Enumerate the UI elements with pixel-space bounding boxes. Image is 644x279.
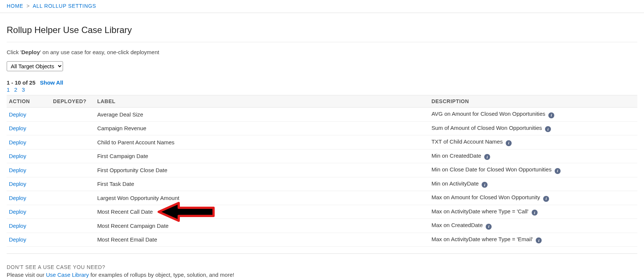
deploy-link[interactable]: Deploy bbox=[9, 195, 26, 201]
description-cell: Min on CreatedDate i bbox=[429, 149, 637, 163]
label-cell: Average Deal Size bbox=[95, 108, 429, 122]
show-all-link[interactable]: Show All bbox=[40, 79, 63, 86]
use-case-table: ACTION DEPLOYED? LABEL DESCRIPTION Deplo… bbox=[7, 95, 637, 247]
page-title: Rollup Helper Use Case Library bbox=[7, 25, 637, 35]
table-row: DeployMost Recent Call DateMax on Activi… bbox=[7, 205, 637, 219]
target-object-select[interactable]: All Target Objects bbox=[7, 61, 63, 71]
table-row: DeployMost Recent Campaign DateMax on Cr… bbox=[7, 219, 637, 233]
description-cell: Max on Amount for Closed Won Opportunity… bbox=[429, 191, 637, 205]
pager: 1 - 10 of 25 Show All bbox=[7, 79, 637, 86]
deploy-link[interactable]: Deploy bbox=[9, 153, 26, 159]
deployed-cell bbox=[51, 219, 95, 233]
description-cell: Max on ActivityDate where Type = 'Call' … bbox=[429, 205, 637, 219]
description-cell: AVG on Amount for Closed Won Opportuniti… bbox=[429, 108, 637, 122]
col-header-label: LABEL bbox=[95, 95, 429, 108]
deployed-cell bbox=[51, 177, 95, 191]
helper-text: Click 'Deploy' on any use case for easy,… bbox=[7, 49, 637, 55]
deploy-link[interactable]: Deploy bbox=[9, 125, 26, 131]
label-cell: Most Recent Campaign Date bbox=[95, 219, 429, 233]
label-cell: Campaign Revenue bbox=[95, 121, 429, 135]
deploy-link[interactable]: Deploy bbox=[9, 236, 26, 243]
description-cell: Min on ActivityDate i bbox=[429, 177, 637, 191]
deploy-link[interactable]: Deploy bbox=[9, 181, 26, 187]
label-cell: Child to Parent Account Names bbox=[95, 135, 429, 150]
deployed-cell bbox=[51, 205, 95, 219]
helper-prefix: Click ' bbox=[7, 49, 22, 55]
info-icon[interactable]: i bbox=[486, 224, 492, 230]
info-icon[interactable]: i bbox=[506, 140, 512, 146]
deploy-link[interactable]: Deploy bbox=[9, 139, 26, 145]
breadcrumb-separator: > bbox=[26, 3, 30, 9]
table-header-row: ACTION DEPLOYED? LABEL DESCRIPTION bbox=[7, 95, 637, 108]
page-number-link[interactable]: 2 bbox=[14, 86, 17, 93]
divider bbox=[7, 253, 637, 254]
deploy-link[interactable]: Deploy bbox=[9, 167, 26, 173]
helper-bold: Deploy bbox=[22, 49, 40, 55]
deployed-cell bbox=[51, 135, 95, 150]
breadcrumb: HOME > ALL ROLLUP SETTINGS bbox=[0, 0, 644, 13]
info-icon[interactable]: i bbox=[482, 182, 488, 188]
footer-heading: DON'T SEE A USE CASE YOU NEED? bbox=[7, 264, 637, 270]
divider bbox=[7, 42, 637, 42]
label-cell: First Campaign Date bbox=[95, 149, 429, 163]
info-icon[interactable]: i bbox=[548, 112, 554, 118]
col-header-description: DESCRIPTION bbox=[429, 95, 637, 108]
table-row: DeployFirst Campaign DateMin on CreatedD… bbox=[7, 149, 637, 163]
table-row: DeployAverage Deal SizeAVG on Amount for… bbox=[7, 108, 637, 122]
footer-block: DON'T SEE A USE CASE YOU NEED? Please vi… bbox=[7, 264, 637, 278]
deployed-cell bbox=[51, 191, 95, 205]
deploy-link[interactable]: Deploy bbox=[9, 223, 26, 229]
label-cell: Largest Won Opportunity Amount bbox=[95, 191, 429, 205]
info-icon[interactable]: i bbox=[543, 196, 549, 202]
deploy-link[interactable]: Deploy bbox=[9, 209, 26, 215]
info-icon[interactable]: i bbox=[555, 168, 561, 174]
breadcrumb-home-link[interactable]: HOME bbox=[7, 3, 23, 9]
label-cell: First Task Date bbox=[95, 177, 429, 191]
table-row: DeployChild to Parent Account NamesTXT o… bbox=[7, 135, 637, 150]
deployed-cell bbox=[51, 233, 95, 247]
description-cell: Max on ActivityDate where Type = 'Email'… bbox=[429, 233, 637, 247]
deploy-link[interactable]: Deploy bbox=[9, 111, 26, 118]
table-row: DeployFirst Task DateMin on ActivityDate… bbox=[7, 177, 637, 191]
info-icon[interactable]: i bbox=[532, 210, 538, 216]
description-cell: Min on Close Date for Closed Won Opportu… bbox=[429, 163, 637, 177]
pager-range: 1 - 10 of 25 bbox=[7, 79, 36, 86]
table-row: DeployLargest Won Opportunity AmountMax … bbox=[7, 191, 637, 205]
deployed-cell bbox=[51, 149, 95, 163]
footer-text: Please visit our Use Case Library for ex… bbox=[7, 272, 637, 278]
footer-text-before: Please visit our bbox=[7, 272, 46, 278]
col-header-deployed: DEPLOYED? bbox=[51, 95, 95, 108]
col-header-action: ACTION bbox=[7, 95, 51, 108]
info-icon[interactable]: i bbox=[536, 237, 542, 243]
table-row: DeployCampaign RevenueSum of Amount of C… bbox=[7, 121, 637, 135]
use-case-library-link[interactable]: Use Case Library bbox=[46, 272, 89, 278]
info-icon[interactable]: i bbox=[484, 154, 490, 160]
helper-suffix: ' on any use case for easy, one-click de… bbox=[40, 49, 159, 55]
description-cell: Max on CreatedDate i bbox=[429, 219, 637, 233]
page-number-link[interactable]: 3 bbox=[22, 86, 25, 93]
page-number-link[interactable]: 1 bbox=[7, 86, 10, 93]
info-icon[interactable]: i bbox=[545, 126, 551, 132]
deployed-cell bbox=[51, 163, 95, 177]
label-cell: First Opportunity Close Date bbox=[95, 163, 429, 177]
page-numbers: 123 bbox=[7, 86, 637, 93]
label-cell: Most Recent Email Date bbox=[95, 233, 429, 247]
table-row: DeployFirst Opportunity Close DateMin on… bbox=[7, 163, 637, 177]
description-cell: TXT of Child Account Names i bbox=[429, 135, 637, 150]
deployed-cell bbox=[51, 121, 95, 135]
table-row: DeployMost Recent Email DateMax on Activ… bbox=[7, 233, 637, 247]
description-cell: Sum of Amount of Closed Won Opportunitie… bbox=[429, 121, 637, 135]
footer-text-after: for examples of rollups by object, type,… bbox=[89, 272, 234, 278]
label-cell: Most Recent Call Date bbox=[95, 205, 429, 219]
deployed-cell bbox=[51, 108, 95, 122]
breadcrumb-current-link[interactable]: ALL ROLLUP SETTINGS bbox=[33, 3, 96, 9]
